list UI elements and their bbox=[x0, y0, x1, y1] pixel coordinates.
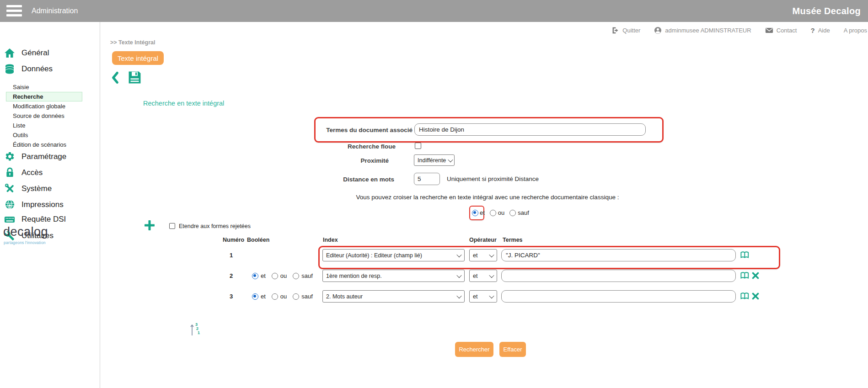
user-account[interactable]: adminmusee ADMINSTRATEUR bbox=[654, 27, 751, 34]
aide-link[interactable]: ? Aide bbox=[810, 27, 830, 34]
proximite-selected-value: Indifférente bbox=[418, 157, 446, 164]
row2-delete-button[interactable] bbox=[751, 271, 760, 280]
add-criterion-button[interactable] bbox=[144, 219, 155, 231]
chevron-down-icon bbox=[489, 252, 494, 257]
sidebar-item-label: Général bbox=[21, 48, 49, 58]
sort-order-button[interactable]: 3 2 1 bbox=[190, 323, 201, 336]
sidebar-item-source-de-donnees[interactable]: Source de données bbox=[13, 112, 64, 119]
row3-radio-et[interactable] bbox=[252, 293, 258, 300]
sidebar-item-outils[interactable]: Outils bbox=[13, 132, 28, 138]
etendre-label: Etendre aux formes rejetées bbox=[179, 223, 251, 229]
row3-operator-value: et bbox=[473, 293, 477, 300]
sidebar-item-recherche[interactable]: Recherche bbox=[13, 93, 43, 100]
crossing-radio-sauf[interactable] bbox=[509, 210, 516, 216]
hamburger-menu-icon[interactable] bbox=[6, 5, 22, 17]
etendre-checkbox[interactable] bbox=[169, 223, 175, 229]
chevron-down-icon bbox=[456, 252, 461, 257]
home-icon bbox=[4, 48, 16, 58]
save-button[interactable] bbox=[127, 69, 142, 85]
row-numero: 3 bbox=[230, 293, 233, 300]
row2-index-browse-button[interactable] bbox=[740, 271, 749, 280]
row2-boolean-group: et ou sauf bbox=[252, 272, 313, 279]
sidebar-item-label: Requête DSI bbox=[21, 215, 66, 224]
row3-radio-ou[interactable] bbox=[272, 293, 278, 300]
sidebar-item-liste[interactable]: Liste bbox=[13, 122, 25, 129]
row3-radio-sauf-label: sauf bbox=[301, 293, 313, 300]
crossing-radio-et[interactable] bbox=[472, 210, 478, 216]
top-bar: Administration Musée Decalog bbox=[0, 0, 868, 22]
sidebar-item-requete-dsi[interactable]: Requête DSI bbox=[4, 215, 66, 224]
chevron-down-icon bbox=[448, 157, 453, 162]
header-numero: Numéro bbox=[223, 237, 244, 243]
row2-index-select[interactable]: 1ère mention de resp. bbox=[322, 270, 465, 282]
chevron-down-icon bbox=[489, 272, 494, 277]
sidebar-item-impressions[interactable]: Impressions bbox=[4, 199, 64, 210]
sidebar-item-acces[interactable]: Accès bbox=[4, 167, 43, 178]
distance-note: Uniquement si proximité Distance bbox=[447, 175, 539, 182]
quitter-link[interactable]: Quitter bbox=[611, 27, 640, 34]
row2-index-value: 1ère mention de resp. bbox=[326, 273, 382, 279]
header-index: Index bbox=[323, 237, 338, 243]
row1-index-select[interactable]: Editeur (Autorité) : Editeur (champ lié) bbox=[322, 249, 465, 261]
recherche-floue-checkbox[interactable] bbox=[415, 143, 421, 149]
tools-icon bbox=[4, 183, 16, 194]
crossing-radio-ou-label: ou bbox=[498, 209, 504, 216]
sidebar-item-edition-de-scenarios[interactable]: Édition de scénarios bbox=[13, 141, 66, 148]
database-icon bbox=[4, 64, 16, 74]
tab-label: Texte intégral bbox=[118, 54, 158, 62]
administration-page: Administration Musée Decalog Quitter adm… bbox=[0, 0, 868, 388]
contact-link[interactable]: Contact bbox=[765, 27, 797, 34]
termes-doc-input[interactable] bbox=[414, 123, 646, 136]
row1-termes-input[interactable] bbox=[501, 249, 736, 261]
row2-termes-input[interactable] bbox=[501, 270, 736, 282]
proximite-label: Proximité bbox=[360, 157, 389, 164]
rechercher-button[interactable]: Rechercher bbox=[455, 342, 493, 357]
envelope-icon bbox=[765, 27, 773, 33]
row1-operator-select[interactable]: et bbox=[469, 249, 497, 261]
sidebar-item-systeme[interactable]: Système bbox=[4, 183, 52, 194]
sidebar-item-general[interactable]: Général bbox=[4, 48, 49, 58]
a-propos-link[interactable]: A propos bbox=[844, 27, 867, 34]
sort-digit: 1 bbox=[198, 331, 200, 335]
plus-icon bbox=[144, 220, 155, 231]
chevron-left-icon bbox=[111, 71, 119, 84]
row3-index-browse-button[interactable] bbox=[740, 292, 749, 300]
distance-input[interactable] bbox=[414, 173, 440, 185]
row2-radio-sauf[interactable] bbox=[293, 273, 299, 279]
row2-radio-ou-label: ou bbox=[280, 272, 287, 279]
row3-index-select[interactable]: 2. Mots auteur bbox=[322, 290, 465, 303]
crossing-sentence: Vous pouvez croiser la recherche en text… bbox=[318, 194, 657, 201]
row2-radio-et[interactable] bbox=[252, 273, 258, 279]
row3-radio-sauf[interactable] bbox=[293, 293, 299, 300]
row3-radio-ou-label: ou bbox=[280, 293, 287, 300]
back-button[interactable] bbox=[110, 71, 119, 85]
row3-operator-select[interactable]: et bbox=[469, 290, 497, 303]
row2-operator-select[interactable]: et bbox=[469, 270, 497, 282]
row3-index-value: 2. Mots auteur bbox=[326, 293, 363, 300]
distance-label: Distance en mots bbox=[343, 176, 394, 183]
sidebar-item-parametrage[interactable]: Paramétrage bbox=[4, 151, 66, 162]
chevron-down-icon bbox=[456, 293, 461, 298]
sidebar-item-donnees[interactable]: Données bbox=[4, 64, 53, 74]
crossing-radio-et-label: et bbox=[480, 209, 485, 216]
keyboard-icon bbox=[4, 216, 16, 223]
proximite-select[interactable]: Indifférente bbox=[414, 154, 455, 166]
effacer-button[interactable]: Effacer bbox=[499, 342, 526, 357]
sidebar-item-saisie[interactable]: Saisie bbox=[13, 84, 29, 90]
row2-operator-value: et bbox=[473, 273, 477, 279]
row2-radio-ou[interactable] bbox=[272, 273, 278, 279]
brand-title: Musée Decalog bbox=[792, 0, 861, 22]
tab-texte-integral[interactable]: Texte intégral bbox=[112, 51, 164, 65]
row3-delete-button[interactable] bbox=[751, 292, 760, 300]
app-title: Administration bbox=[32, 0, 78, 22]
row1-index-browse-button[interactable] bbox=[740, 251, 749, 259]
chevron-down-icon bbox=[489, 293, 494, 298]
row3-termes-input[interactable] bbox=[501, 290, 736, 303]
sidebar-item-label: Accès bbox=[21, 168, 43, 177]
sidebar-item-modification-globale[interactable]: Modification globale bbox=[13, 103, 65, 110]
user-label: adminmusee ADMINSTRATEUR bbox=[665, 27, 751, 34]
chevron-down-icon bbox=[456, 272, 461, 277]
breadcrumb: >> Texte Intégral bbox=[110, 39, 155, 46]
aide-label: Aide bbox=[818, 27, 830, 34]
crossing-radio-ou[interactable] bbox=[490, 210, 496, 216]
